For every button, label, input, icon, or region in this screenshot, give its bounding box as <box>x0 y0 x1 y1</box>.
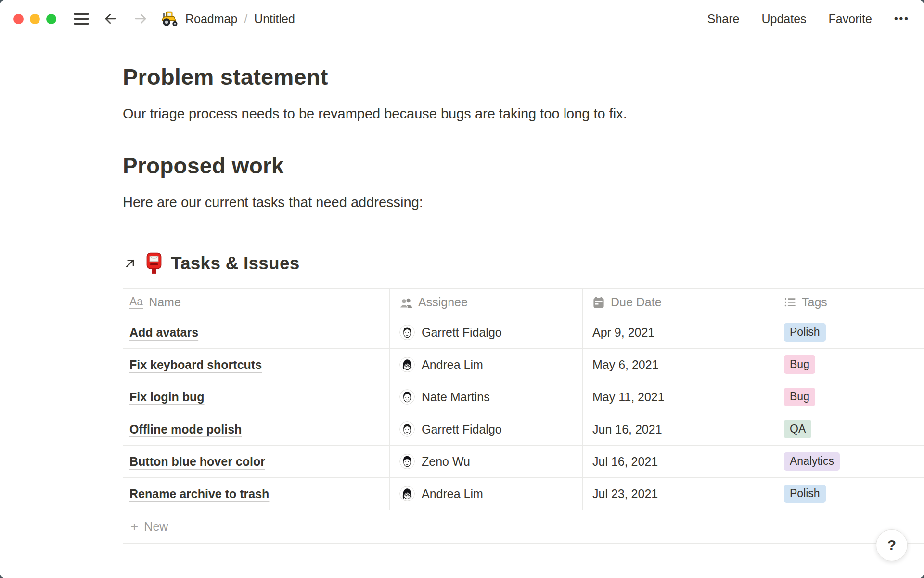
assignee-cell[interactable]: Garrett Fidalgo <box>389 413 582 445</box>
column-header-name[interactable]: AaName <box>123 289 389 316</box>
assignee-name: Garrett Fidalgo <box>422 326 502 340</box>
task-name-cell[interactable]: Button blue hover color <box>123 446 389 477</box>
back-arrow-icon <box>103 12 119 26</box>
task-name-link[interactable]: Offline mode polish <box>129 422 242 436</box>
back-button[interactable] <box>103 12 119 26</box>
column-header-label: Name <box>149 295 181 309</box>
assignee-cell[interactable]: Garrett Fidalgo <box>389 316 582 348</box>
calendar-icon <box>592 296 605 309</box>
due-date-value: Apr 9, 2021 <box>592 326 654 340</box>
column-header-tags[interactable]: Tags <box>776 289 924 316</box>
tags-cell[interactable]: Bug <box>776 349 924 381</box>
due-date-cell[interactable]: Jul 16, 2021 <box>582 446 776 477</box>
task-name-cell[interactable]: Offline mode polish <box>123 413 389 445</box>
table-row: Add avatarsGarrett FidalgoApr 9, 2021Pol… <box>123 316 924 349</box>
tag-pill[interactable]: Polish <box>784 323 826 342</box>
heading-problem-statement[interactable]: Problem statement <box>123 64 924 91</box>
forward-button[interactable] <box>132 12 149 26</box>
table-row: Fix keyboard shortcutsAndrea LimMay 6, 2… <box>123 349 924 381</box>
forward-arrow-icon <box>132 12 149 26</box>
due-date-cell[interactable]: May 6, 2021 <box>582 349 776 381</box>
tags-cell[interactable]: Bug <box>776 381 924 413</box>
column-header-label: Due Date <box>611 295 662 309</box>
tags-cell[interactable]: QA <box>776 413 924 445</box>
sidebar-menu-icon[interactable] <box>74 13 89 25</box>
tag-pill[interactable]: QA <box>784 420 811 438</box>
due-date-cell[interactable]: Apr 9, 2021 <box>582 316 776 348</box>
assignee-avatar <box>399 454 415 469</box>
titlebar-actions: Share Updates Favorite ••• <box>707 12 910 26</box>
due-date-cell[interactable]: Jun 16, 2021 <box>582 413 776 445</box>
table-row: Button blue hover colorZeno WuJul 16, 20… <box>123 446 924 478</box>
task-name-link[interactable]: Fix login bug <box>129 390 205 404</box>
open-linked-database-button[interactable] <box>123 256 137 271</box>
task-name-link[interactable]: Add avatars <box>129 326 198 340</box>
updates-button[interactable]: Updates <box>761 12 806 26</box>
help-question-mark: ? <box>887 537 896 553</box>
heading-proposed-work[interactable]: Proposed work <box>123 153 924 179</box>
more-options-button[interactable]: ••• <box>894 13 910 25</box>
close-button[interactable] <box>13 14 24 24</box>
table-row: Offline mode polishGarrett FidalgoJun 16… <box>123 413 924 446</box>
assignee-cell[interactable]: Andrea Lim <box>389 349 582 381</box>
tractor-icon <box>161 11 180 26</box>
assignee-avatar <box>399 421 415 437</box>
assignee-avatar <box>399 389 415 405</box>
due-date-value: Jul 16, 2021 <box>592 455 658 469</box>
database-title[interactable]: Tasks & Issues <box>171 253 299 274</box>
breadcrumb-root[interactable]: Roadmap <box>185 12 237 26</box>
breadcrumb-separator: / <box>244 12 247 26</box>
task-name-cell[interactable]: Fix login bug <box>123 381 389 413</box>
assignee-cell[interactable]: Nate Martins <box>389 381 582 413</box>
tags-cell[interactable]: Analytics <box>776 446 924 477</box>
traffic-lights <box>13 14 56 24</box>
tag-pill[interactable]: Analytics <box>784 452 840 471</box>
breadcrumb: Roadmap / Untitled <box>161 11 295 26</box>
new-row-button[interactable]: + New <box>123 510 924 544</box>
tasks-table: AaNameAssigneeDue DateTags Add avatarsGa… <box>123 288 924 544</box>
column-header-label: Assignee <box>418 295 468 309</box>
task-name-cell[interactable]: Rename archive to trash <box>123 478 389 510</box>
tag-pill[interactable]: Bug <box>784 355 815 374</box>
due-date-value: May 11, 2021 <box>592 390 665 404</box>
assignee-cell[interactable]: Andrea Lim <box>389 478 582 510</box>
postbox-icon <box>145 252 163 275</box>
tag-pill[interactable]: Polish <box>784 485 826 503</box>
page-content: Problem statement Our triage process nee… <box>0 64 924 544</box>
notion-window: Roadmap / Untitled Share Updates Favorit… <box>0 0 924 578</box>
breadcrumb-current[interactable]: Untitled <box>254 12 295 26</box>
person-icon <box>399 296 412 309</box>
share-button[interactable]: Share <box>707 12 740 26</box>
column-header-assignee[interactable]: Assignee <box>389 289 582 316</box>
assignee-name: Zeno Wu <box>422 455 470 469</box>
zoom-button[interactable] <box>46 14 56 24</box>
task-name-cell[interactable]: Add avatars <box>123 316 389 348</box>
help-button[interactable]: ? <box>876 529 908 561</box>
tag-pill[interactable]: Bug <box>784 388 815 406</box>
due-date-cell[interactable]: May 11, 2021 <box>582 381 776 413</box>
assignee-cell[interactable]: Zeno Wu <box>389 446 582 477</box>
tags-cell[interactable]: Polish <box>776 316 924 348</box>
task-name-cell[interactable]: Fix keyboard shortcuts <box>123 349 389 381</box>
assignee-avatar <box>399 486 415 501</box>
assignee-avatar <box>399 357 415 372</box>
tags-cell[interactable]: Polish <box>776 478 924 510</box>
table-row: Rename archive to trashAndrea LimJul 23,… <box>123 478 924 510</box>
paragraph-proposed[interactable]: Here are our current tasks that need add… <box>123 194 924 211</box>
task-name-link[interactable]: Fix keyboard shortcuts <box>129 358 262 372</box>
task-name-link[interactable]: Button blue hover color <box>129 455 265 469</box>
table-body: Add avatarsGarrett FidalgoApr 9, 2021Pol… <box>123 316 924 510</box>
column-header-due-date[interactable]: Due Date <box>582 289 776 316</box>
due-date-value: May 6, 2021 <box>592 358 659 372</box>
paragraph-problem[interactable]: Our triage process needs to be revamped … <box>123 105 924 122</box>
text-icon: Aa <box>129 296 143 309</box>
minimize-button[interactable] <box>30 14 40 24</box>
plus-icon: + <box>130 520 138 534</box>
assignee-avatar <box>399 325 415 340</box>
titlebar: Roadmap / Untitled Share Updates Favorit… <box>0 0 924 38</box>
due-date-cell[interactable]: Jul 23, 2021 <box>582 478 776 510</box>
assignee-name: Garrett Fidalgo <box>422 422 502 436</box>
arrow-up-right-icon <box>123 256 137 271</box>
task-name-link[interactable]: Rename archive to trash <box>129 487 269 501</box>
favorite-button[interactable]: Favorite <box>829 12 872 26</box>
